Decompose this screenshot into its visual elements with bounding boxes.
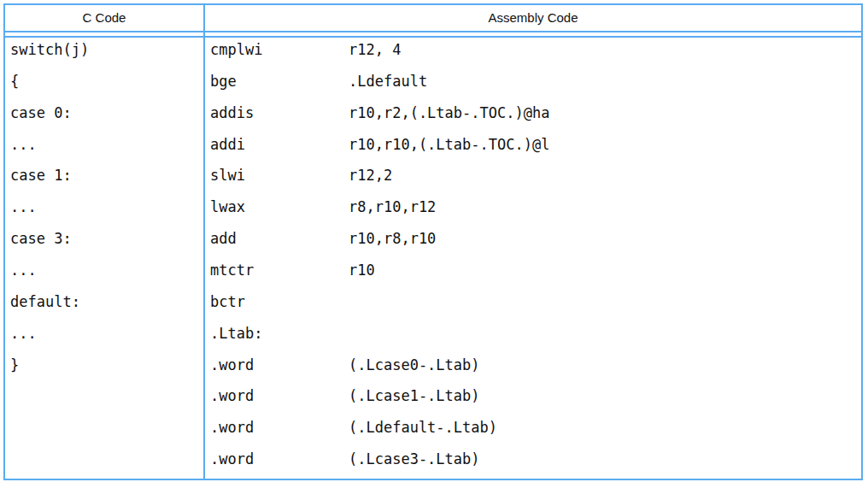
assembly-line: .Ltab: [210,323,861,355]
table-header-row: C Code Assembly Code [5,5,861,32]
assembly-mnemonic: cmplwi [210,39,349,60]
header-double-rule-right [205,32,861,36]
assembly-line: addir10,r10,(.Ltab-.TOC.)@l [210,134,861,166]
assembly-mnemonic: lwax [210,197,349,217]
assembly-line: bge.Ldefault [210,71,861,103]
assembly-operands: (.Lcase3-.Ltab) [349,449,480,469]
c-code-line: default: [10,291,203,323]
assembly-mnemonic: slwi [210,165,349,185]
c-vs-assembly-table: C Code Assembly Code switch(j) { case 0:… [3,3,863,480]
c-code-line: { [10,71,203,103]
c-code-line: ... [10,134,203,166]
assembly-operands: (.Lcase1-.Ltab) [349,385,480,406]
assembly-line: slwir12,2 [210,165,861,197]
assembly-line: .word(.Lcase0-.Ltab) [210,355,861,386]
assembly-operands: (.Lcase0-.Ltab) [349,355,480,375]
assembly-operands: r10,r8,r10 [349,228,436,249]
assembly-line: .word(.Ldefault-.Ltab) [210,417,861,449]
assembly-mnemonic: .word [210,417,349,438]
assembly-line: lwaxr8,r10,r12 [210,197,861,228]
assembly-operands: r12, 4 [349,39,401,60]
c-code-line: ... [10,260,203,291]
c-code-line: case 0: [10,103,203,134]
assembly-mnemonic: .word [210,355,349,375]
assembly-mnemonic: .word [210,449,349,469]
assembly-operands: .Ldefault [349,71,427,91]
assembly-line: mtctrr10 [210,260,861,291]
assembly-operands: r12,2 [349,165,392,185]
c-code-line: case 3: [10,228,203,260]
assembly-code-column: cmplwir12, 4 bge.Ldefault addisr10,r2,(.… [205,38,861,480]
assembly-operands: (.Ldefault-.Ltab) [349,417,497,438]
assembly-operands: r10,r10,(.Ltab-.TOC.)@l [349,134,549,155]
assembly-mnemonic: addi [210,134,349,155]
table-body: switch(j) { case 0: ... case 1: ... case… [5,38,861,480]
assembly-mnemonic: .word [210,385,349,406]
c-code-column-header: C Code [5,5,205,31]
assembly-operands: r10 [349,260,375,280]
assembly-operands: r8,r10,r12 [349,197,436,217]
assembly-mnemonic: bge [210,71,349,91]
c-code-line: ... [10,323,203,355]
header-double-rule-left [5,32,205,36]
assembly-mnemonic: bctr [210,291,349,312]
c-code-line: } [10,355,203,386]
assembly-line: bctr [210,291,861,323]
c-code-line: case 1: [10,165,203,197]
assembly-line: .word(.Lcase3-.Ltab) [210,449,861,480]
assembly-line: .word(.Lcase1-.Ltab) [210,385,861,417]
assembly-operands: r10,r2,(.Ltab-.TOC.)@ha [349,103,549,123]
assembly-line: addisr10,r2,(.Ltab-.TOC.)@ha [210,103,861,134]
assembly-mnemonic: add [210,228,349,249]
assembly-mnemonic: addis [210,103,349,123]
assembly-mnemonic: .Ltab: [210,323,349,344]
c-code-line: switch(j) [10,39,203,71]
assembly-line: addr10,r8,r10 [210,228,861,260]
assembly-line: cmplwir12, 4 [210,39,861,71]
c-code-line: ... [10,197,203,228]
assembly-code-column-header: Assembly Code [205,5,861,31]
assembly-mnemonic: mtctr [210,260,349,280]
c-code-column: switch(j) { case 0: ... case 1: ... case… [5,38,205,480]
